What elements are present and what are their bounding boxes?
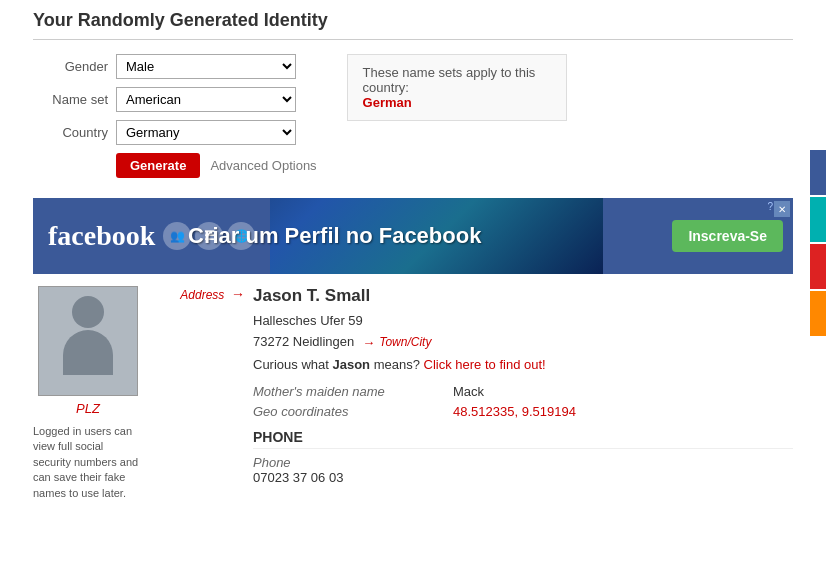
plz-annotation: PLZ (76, 401, 100, 416)
curious-text: Curious what (253, 357, 332, 372)
fb-tagline: Criar um Perfil no Facebook (188, 223, 481, 249)
gender-select[interactable]: Male Female (116, 54, 296, 79)
phone-value: 07023 37 06 03 (253, 470, 793, 485)
find-out-link[interactable]: Click here to find out! (424, 357, 546, 372)
gender-label: Gender (33, 59, 108, 74)
logged-in-note: Logged in users can view full social sec… (33, 424, 143, 501)
nameset-country-name: German (363, 95, 412, 110)
address-line2: 73272 Neidlingen (253, 332, 354, 353)
town-annotation: Town/City (379, 335, 431, 349)
nameset-note-box: These name sets apply to this country: G… (347, 54, 567, 121)
country-label: Country (33, 125, 108, 140)
geo-label: Geo coordinates (253, 404, 453, 419)
side-tab-teal[interactable] (810, 197, 826, 242)
side-panel (810, 150, 826, 338)
geo-value: 48.512335, 9.519194 (453, 404, 576, 419)
advanced-options-link[interactable]: Advanced Options (210, 158, 316, 173)
fb-cta-button[interactable]: Inscreva-Se (672, 220, 783, 252)
address-line1: Hallesches Ufer 59 (253, 311, 793, 332)
ad-banner: facebook 👥 ☰ 🌐 Criar um Perfil no Facebo… (33, 198, 793, 274)
phone-heading: PHONE (253, 429, 793, 449)
address-annotation: Address (180, 288, 224, 302)
mothers-maiden-value: Mack (453, 384, 484, 399)
side-tab-red[interactable] (810, 244, 826, 289)
avatar (38, 286, 138, 396)
nameset-note-text: These name sets apply to this country: (363, 65, 536, 95)
ad-close-button[interactable]: ✕ (774, 201, 790, 217)
mothers-maiden-label: Mother's maiden name (253, 384, 453, 399)
side-tab-orange[interactable] (810, 291, 826, 336)
page-title: Your Randomly Generated Identity (33, 10, 793, 40)
curious-middle: means? (370, 357, 423, 372)
nameset-select[interactable]: American German French (116, 87, 296, 112)
nameset-label: Name set (33, 92, 108, 107)
person-name: Jason T. Small (253, 286, 370, 306)
ad-question-mark: ? (767, 201, 773, 212)
side-tab-blue[interactable] (810, 150, 826, 195)
fb-logo-text: facebook (48, 220, 155, 252)
phone-label: Phone (253, 455, 453, 470)
country-select[interactable]: Germany United States France (116, 120, 296, 145)
curious-name: Jason (332, 357, 370, 372)
generate-button[interactable]: Generate (116, 153, 200, 178)
